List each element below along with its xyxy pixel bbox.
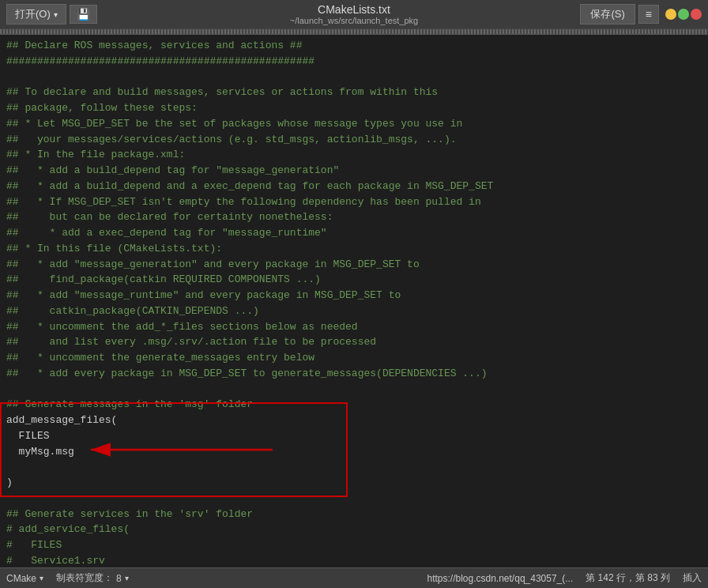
language-selector[interactable]: CMake ▾ [6, 573, 43, 584]
menu-button[interactable]: ≡ [638, 5, 659, 24]
editor-area[interactable]: ## Declare ROS messages, services and ac… [0, 35, 708, 567]
save-icon: 💾 [77, 8, 90, 21]
titlebar-center: CMakeLists.txt ~/launch_ws/src/launch_te… [290, 3, 418, 25]
open-dropdown-arrow: ▾ [54, 10, 58, 19]
scrollbar-thumb [0, 29, 708, 34]
save-icon-button[interactable]: 💾 [70, 5, 97, 24]
tab-width-item: 制表符宽度： 8 ▾ [56, 571, 129, 585]
window-controls [665, 9, 702, 20]
tab-width-label: 制表符宽度： [56, 571, 113, 585]
tab-width-dropdown-arrow: ▾ [125, 574, 129, 582]
titlebar: 打开(O) ▾ 💾 CMakeLists.txt ~/launch_ws/src… [0, 0, 708, 28]
maximize-button[interactable] [678, 9, 689, 20]
titlebar-right: 保存(S) ≡ [580, 4, 702, 24]
tab-width-value: 8 [116, 573, 122, 584]
url-text: https://blog.csdn.net/qq_43057_(... [427, 573, 573, 584]
file-path: ~/launch_ws/src/launch_test_pkg [290, 16, 418, 25]
horizontal-scrollbar[interactable] [0, 28, 708, 35]
statusbar: CMake ▾ 制表符宽度： 8 ▾ https://blog.csdn.net… [0, 567, 708, 588]
position-label: 第 142 行，第 83 列 [586, 571, 670, 585]
url-item: https://blog.csdn.net/qq_43057_(... [427, 571, 573, 585]
file-name: CMakeLists.txt [290, 3, 418, 16]
minimize-button[interactable] [665, 9, 676, 20]
language-label: CMake [6, 573, 36, 584]
cursor-position: 第 142 行，第 83 列 [586, 571, 670, 585]
mode-label: 插入 [683, 571, 702, 585]
open-label: 打开(O) [15, 7, 51, 21]
titlebar-left: 打开(O) ▾ 💾 [6, 4, 97, 24]
language-dropdown-arrow: ▾ [40, 574, 43, 582]
edit-mode: 插入 [683, 571, 702, 585]
code-content: ## Declare ROS messages, services and ac… [0, 35, 708, 567]
save-button[interactable]: 保存(S) [580, 4, 635, 24]
open-button[interactable]: 打开(O) ▾ [6, 4, 66, 24]
close-button[interactable] [691, 9, 702, 20]
statusbar-right: https://blog.csdn.net/qq_43057_(... 第 14… [427, 571, 702, 585]
